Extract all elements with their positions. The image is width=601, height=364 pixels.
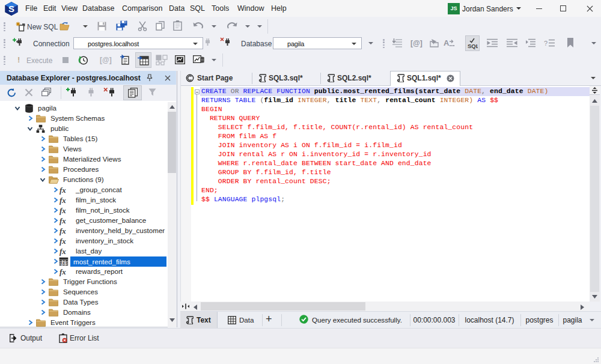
svg-text:SQL: SQL	[468, 43, 478, 49]
svg-text:S: S	[8, 4, 14, 14]
svg-text:A: A	[444, 38, 450, 47]
svg-text:?: ?	[544, 40, 548, 47]
